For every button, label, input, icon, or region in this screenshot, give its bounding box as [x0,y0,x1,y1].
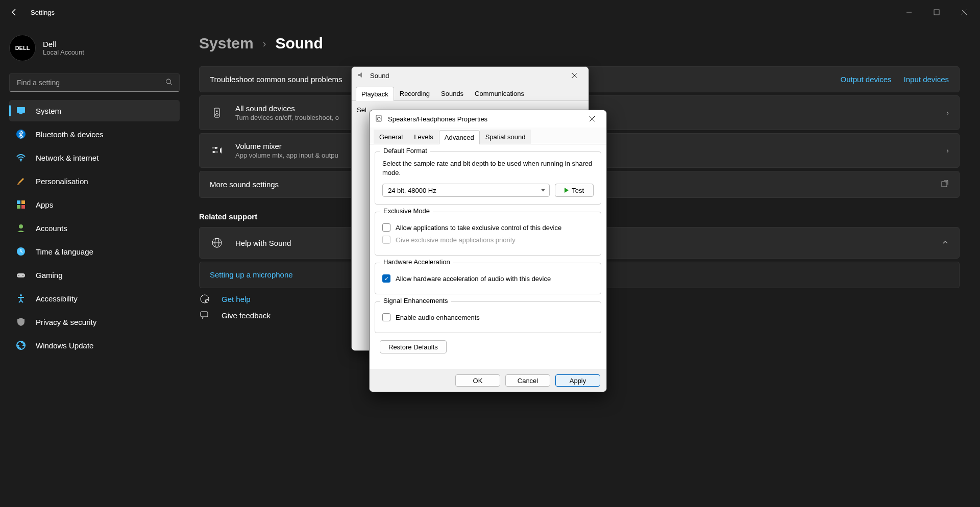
tab-body: Default Format Select the sample rate an… [370,144,606,369]
sidebar-item-gaming[interactable]: Gaming [9,264,180,286]
sidebar-item-network-internet[interactable]: Network & internet [9,147,180,168]
checkbox[interactable]: ✓ [382,274,390,283]
update-icon [15,340,27,351]
exclusive-priority-row: Give exclusive mode applications priorit… [382,236,594,244]
checkbox[interactable] [382,223,390,232]
clock-icon [15,246,27,257]
svg-rect-36 [201,312,208,317]
maximize-button[interactable] [925,2,948,22]
sidebar-item-time-language[interactable]: Time & language [9,241,180,262]
checkbox-label: Give exclusive mode applications priorit… [396,236,516,244]
cancel-button[interactable]: Cancel [505,374,550,387]
sidebar-item-privacy-security[interactable]: Privacy & security [9,311,180,333]
exclusive-control-row[interactable]: Allow applications to take exclusive con… [382,223,594,232]
dialog-title: Speakers/Headphones Properties [388,115,487,123]
help-icon: ? [199,293,210,305]
search-icon [165,79,173,87]
close-button[interactable] [565,68,583,83]
svg-point-9 [20,160,22,162]
tab-communications[interactable]: Communications [469,86,530,100]
svg-point-26 [215,147,217,149]
format-dropdown[interactable]: 24 bit, 48000 Hz [382,184,550,197]
svg-rect-13 [17,205,20,209]
play-icon [565,188,569,193]
nav-label: Personalisation [36,177,88,186]
feedback-link[interactable]: Give feedback [222,311,271,320]
svg-point-4 [166,79,171,84]
group-desc: Select the sample rate and bit depth to … [382,159,594,178]
dialog-titlebar[interactable]: Speakers/Headphones Properties [370,110,606,128]
shield-icon [15,316,27,327]
nav-list: SystemBluetooth & devicesNetwork & inter… [9,100,180,356]
sidebar-item-personalisation[interactable]: Personalisation [9,170,180,192]
svg-line-5 [170,83,173,85]
enable-enhancements-row[interactable]: Enable audio enhancements [382,313,594,321]
signal-enhancements-group: Signal Enhancements Enable audio enhance… [375,301,601,333]
input-devices-link[interactable]: Input devices [904,75,949,84]
tab-general[interactable]: General [374,130,408,144]
svg-point-18 [18,275,19,276]
ok-button[interactable]: OK [455,374,500,387]
dialog-titlebar[interactable]: Sound [352,67,589,84]
speaker-icon [357,71,366,80]
apply-button[interactable]: Apply [555,374,600,387]
svg-rect-7 [19,113,22,114]
nav-label: Accounts [36,224,67,233]
format-value: 24 bit, 48000 Hz [388,187,436,194]
setup-mic-link[interactable]: Setting up a microphone [210,270,293,279]
chevron-up-icon [942,239,949,247]
nav-label: Windows Update [36,341,93,350]
breadcrumb-parent[interactable]: System [199,35,254,52]
sidebar-item-system[interactable]: System [9,100,180,121]
brush-icon [15,175,27,187]
avatar: DELL [9,35,36,61]
tab-recording[interactable]: Recording [394,86,435,100]
globe-icon [210,236,224,250]
back-button[interactable] [4,2,24,22]
sidebar: DELL Dell Local Account SystemBluetooth … [0,24,189,507]
sidebar-item-accounts[interactable]: Accounts [9,217,180,239]
sidebar-item-windows-update[interactable]: Windows Update [9,335,180,356]
minimize-button[interactable] [897,2,921,22]
checkbox[interactable] [382,313,390,321]
external-link-icon [941,180,949,189]
group-label: Exclusive Mode [380,207,433,215]
close-button[interactable] [583,112,601,126]
svg-rect-17 [17,273,25,277]
exclusive-mode-group: Exclusive Mode Allow applications to tak… [375,212,601,256]
close-button[interactable] [952,2,976,22]
search-input[interactable] [9,73,180,92]
nav-label: Apps [36,200,53,209]
output-devices-link[interactable]: Output devices [841,75,892,84]
tab-advanced[interactable]: Advanced [439,130,480,144]
titlebar: Settings [0,0,980,24]
tab-strip: PlaybackRecordingSoundsCommunications [352,84,589,101]
get-help-link[interactable]: Get help [222,295,251,303]
restore-defaults-button[interactable]: Restore Defaults [380,340,447,353]
bluetooth-icon [15,129,27,140]
svg-point-20 [20,294,22,296]
profile-block[interactable]: DELL Dell Local Account [9,35,180,61]
chevron-right-icon: › [263,38,266,49]
sidebar-item-bluetooth-devices[interactable]: Bluetooth & devices [9,123,180,145]
tab-spatial-sound[interactable]: Spatial sound [480,130,531,144]
nav-label: Gaming [36,271,63,280]
breadcrumb: System › Sound [199,35,960,52]
tab-levels[interactable]: Levels [408,130,439,144]
chevron-right-icon: › [946,109,949,117]
profile-name: Dell [43,40,84,48]
breadcrumb-current: Sound [275,35,323,52]
svg-rect-11 [17,200,20,204]
sidebar-item-apps[interactable]: Apps [9,194,180,215]
hw-accel-row[interactable]: ✓ Allow hardware acceleration of audio w… [382,274,594,283]
test-button[interactable]: Test [555,184,594,197]
nav-label: Bluetooth & devices [36,130,104,139]
test-label: Test [572,187,584,194]
tab-playback[interactable]: Playback [356,87,394,101]
checkbox-label: Enable audio enhancements [396,314,480,321]
sidebar-item-accessibility[interactable]: Accessibility [9,288,180,309]
svg-rect-6 [17,107,25,113]
dialog-buttons: OK Cancel Apply [370,369,606,392]
nav-label: Time & language [36,247,93,256]
tab-sounds[interactable]: Sounds [435,86,469,100]
